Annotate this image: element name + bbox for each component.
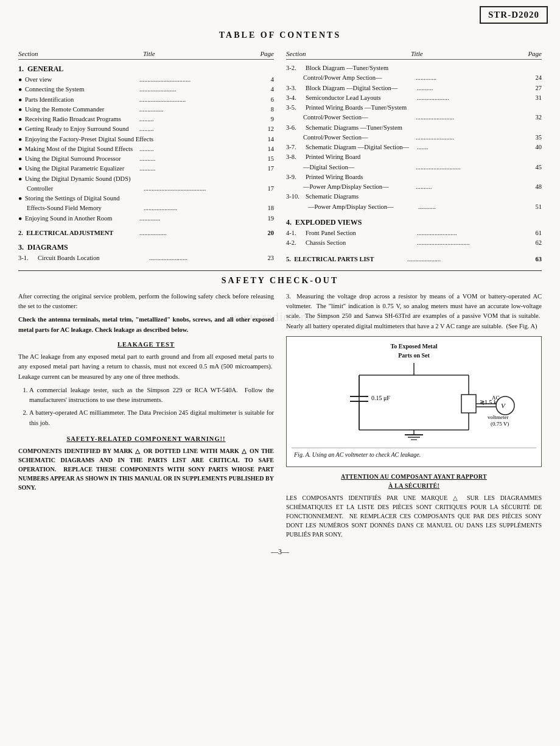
circuit-svg: 0.15 μF ≷1.5 kΩ V <box>292 363 536 442</box>
toc-3-10: 3-10. Schematic Diagrams —Power Amp/Disp… <box>286 192 542 212</box>
model-label: STR-D2020 <box>480 6 548 24</box>
circuit-diagram: To Exposed MetalParts on Set 0.15 μF <box>286 336 542 467</box>
toc-item-controller: Controller .............................… <box>18 184 274 194</box>
safety-title: SAFETY CHECK-OUT <box>0 276 560 286</box>
toc-item-overview: ● Over view ............................… <box>18 75 274 85</box>
earth-label: Earth Ground <box>395 442 430 442</box>
toc-header-page: Page <box>260 50 274 57</box>
svg-text:AC: AC <box>492 395 500 401</box>
toc-3-6: 3-6. Schematic Diagrams —Tuner/System Co… <box>286 123 542 143</box>
toc-item-surround-ready: ● Getting Ready to Enjoy Surround Sound … <box>18 124 274 134</box>
toc-3-7: 3-7. Schematic Diagram —Digital Section—… <box>286 143 542 152</box>
toc-header-page-r: Page <box>528 50 542 57</box>
french-warning-title: ATTENTION AU COMPOSANT AYANT RAPPORTÀ LA… <box>286 472 542 491</box>
leakage-title: LEAKAGE TEST <box>18 340 274 350</box>
page-number: —3— <box>0 547 560 557</box>
svg-rect-6 <box>461 395 476 413</box>
toc-diagrams-3-1: 3-1. Circuit Boards Location ...........… <box>18 253 274 263</box>
toc-header-title-r: Title <box>411 50 423 57</box>
toc-section-2-item: 2. ELECTRICAL ADJUSTMENT ...............… <box>18 228 274 238</box>
toc-item-storing-1: ● Storing the Settings of Digital Sound <box>18 194 274 203</box>
leakage-item-2: A battery-operated AC milliammeter. The … <box>29 408 274 428</box>
toc-title: TABLE OF CONTENTS <box>0 30 560 40</box>
toc-4-1: 4-1. Front Panel Section ...............… <box>286 228 542 238</box>
safety-content: www.radiofans.cn After correcting the or… <box>0 292 560 543</box>
toc-header-left: Section Title Page <box>18 50 274 60</box>
toc-3-2: 3-2. Block Diagram —Tuner/System Control… <box>286 63 542 83</box>
toc-section-3: 3. DIAGRAMS 3-1. Circuit Boards Location… <box>18 243 274 263</box>
toc-4-2: 4-2. Chassis Section ...................… <box>286 238 542 248</box>
french-warning-text: LES COMPOSANTS IDENTIFIÉS PAR UNE MARQUE… <box>286 493 542 539</box>
toc-3-9: 3-9. Printed Wiring Boards —Power Amp/Di… <box>286 172 542 192</box>
toc-container: Section Title Page 1. GENERAL ● Over vie… <box>0 50 560 264</box>
toc-item-factory-preset: ● Enjoying the Factory-Preset Digital So… <box>18 135 274 144</box>
toc-header-section: Section <box>18 50 38 57</box>
toc-section-1-title: 1. GENERAL <box>18 65 274 74</box>
toc-section-3-title: 3. DIAGRAMS <box>18 243 274 252</box>
toc-item-parts-identification: ● Parts Identification .................… <box>18 95 274 105</box>
svg-text:(0.75 V): (0.75 V) <box>491 421 509 427</box>
safety-left-col: After correcting the original service pr… <box>18 292 274 543</box>
toc-section-2: 2. ELECTRICAL ADJUSTMENT ...............… <box>18 228 274 238</box>
toc-item-storing-2: Effects-Sound Field Memory .............… <box>18 203 274 213</box>
circuit-caption: Fig. A. Using an AC voltmeter to check A… <box>292 448 536 462</box>
toc-item-dds-1: ● Using the Digital Dynamic Sound (DDS) <box>18 174 274 184</box>
leakage-p1: The AC leakage from any exposed metal pa… <box>18 352 274 382</box>
toc-header-section-r: Section <box>286 50 306 57</box>
capacitor-label: 0.15 μF <box>371 395 390 401</box>
toc-item-surround-processor: ● Using the Digital Surround Processor .… <box>18 154 274 164</box>
toc-3-8: 3-8. Printed Wiring Board —Digital Secti… <box>286 152 542 172</box>
toc-item-remote-commander: ● Using the Remote Commander ...........… <box>18 105 274 114</box>
circuit-diagram-title: To Exposed MetalParts on Set <box>292 342 536 361</box>
leakage-list: A commercial leakage tester, such as the… <box>18 385 274 428</box>
toc-3-4: 3-4. Semiconductor Lead Layouts ........… <box>286 93 542 103</box>
toc-item-making-most: ● Making Most of the Digital Sound Effec… <box>18 144 274 154</box>
safety-right-col: 3. Measuring the voltage drop across a r… <box>286 292 542 543</box>
warning-component-title: SAFETY-RELATED COMPONENT WARNING!! <box>18 434 274 444</box>
toc-section-5: 5. ELECTRICAL PARTS LIST ...............… <box>286 255 542 264</box>
section-divider <box>18 270 542 271</box>
toc-header-right: Section Title Page <box>286 50 542 60</box>
toc-3-3: 3-3. Block Diagram —Digital Section— ...… <box>286 83 542 93</box>
toc-item-another-room: ● Enjoying Sound in Another Room .......… <box>18 214 274 223</box>
page: STR-D2020 TABLE OF CONTENTS Section Titl… <box>0 0 560 746</box>
toc-header-title: Title <box>143 50 155 57</box>
svg-text:voltmeter: voltmeter <box>488 414 509 420</box>
safety-p1: After correcting the original service pr… <box>18 292 274 312</box>
warning-component-text: COMPONENTS IDENTIFIED BY MARK △ OR DOTTE… <box>18 446 274 492</box>
safety-right-p1: 3. Measuring the voltage drop across a r… <box>286 292 542 331</box>
french-warning: ATTENTION AU COMPOSANT AYANT RAPPORTÀ LA… <box>286 472 542 539</box>
toc-3-5: 3-5. Printed Wiring Boards —Tuner/System… <box>286 103 542 123</box>
safety-p2: Check the antenna terminals, metal trim,… <box>18 315 274 335</box>
toc-item-connecting: ● Connecting the System ................… <box>18 85 274 94</box>
toc-right-col: Section Title Page 3-2. Block Diagram —T… <box>286 50 542 264</box>
toc-section-4: 4. EXPLODED VIEWS 4-1. Front Panel Secti… <box>286 218 542 248</box>
leakage-item-1: A commercial leakage tester, such as the… <box>29 385 274 406</box>
toc-left-col: Section Title Page 1. GENERAL ● Over vie… <box>18 50 274 264</box>
toc-item-radio: ● Receiving Radio Broadcast Programs ...… <box>18 114 274 124</box>
toc-item-parametric-eq: ● Using the Digital Parametric Equalizer… <box>18 164 274 174</box>
